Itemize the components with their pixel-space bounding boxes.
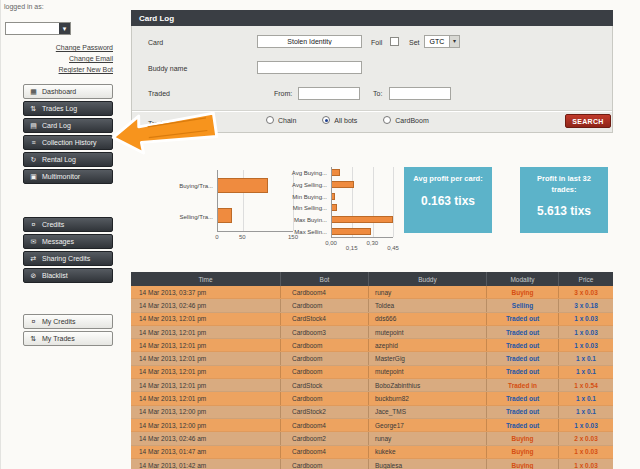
chart-bar xyxy=(218,208,232,223)
bot-cell: Cardboom4 xyxy=(281,446,369,458)
sidebar-item-label: My Trades xyxy=(42,335,75,342)
radio-selected-icon[interactable] xyxy=(322,116,330,124)
blacklist-icon: ⊘ xyxy=(29,272,38,280)
sidebar-item-my-credits[interactable]: ¤My Credits xyxy=(23,314,113,329)
chevron-down-icon: ▾ xyxy=(59,23,70,34)
chart-row xyxy=(332,216,393,223)
time-cell: 14 Mar 2013, 12:01 pm xyxy=(131,313,281,325)
radio-icon[interactable] xyxy=(383,116,391,124)
sidebar-item-my-trades[interactable]: ⇅My Trades xyxy=(23,331,113,346)
sidebar-item-label: Blacklist xyxy=(42,272,68,279)
table-row: 14 Mar 2013, 02:46 pmCardboomToldeaSelli… xyxy=(131,299,613,312)
card-icon: ▤ xyxy=(29,122,38,130)
table-row: 14 Mar 2013, 12:01 pmCardboombuckburn82T… xyxy=(131,392,613,405)
chart-bar xyxy=(332,193,335,200)
traded-from-input[interactable] xyxy=(298,87,360,100)
set-select[interactable]: GTC ▾ xyxy=(424,35,460,48)
price-cell: 1 x 0.1 xyxy=(559,406,613,418)
table-row: 14 Mar 2013, 12:01 pmCardboomazephidTrad… xyxy=(131,339,613,352)
modality-cell: Selling xyxy=(487,299,559,311)
buddy-cell: BoboZabinthius xyxy=(369,379,487,391)
sidebar-item-blacklist[interactable]: ⊘Blacklist xyxy=(23,268,113,283)
chart-plot-area: 0,000,150,300,45 xyxy=(331,167,393,252)
price-cell: 1 x 0.03 xyxy=(559,419,613,431)
panel-title: Card Log xyxy=(131,10,613,26)
sidebar-item-trades-log[interactable]: ⇅Trades Log xyxy=(23,101,113,116)
table-body: 14 Mar 2013, 03:37 pmCardboom4runayBuyin… xyxy=(131,286,613,469)
trades-icon: ⇅ xyxy=(29,105,38,113)
table-row: 14 Mar 2013, 02:46 amCardboom2runayBuyin… xyxy=(131,432,613,445)
history-icon: ≡ xyxy=(29,139,38,146)
time-cell: 14 Mar 2013, 12:01 pm xyxy=(131,352,281,364)
chart-axis-labels: Buying/Tra...Selling/Tra... xyxy=(151,170,217,232)
radio-label: Chain xyxy=(278,117,296,124)
traded-label: Traded xyxy=(148,90,170,97)
bot-cell: Cardboom xyxy=(281,339,369,351)
buddy-cell: mutepoint xyxy=(369,366,487,378)
sidebar-item-credits[interactable]: ¤Credits xyxy=(23,217,113,232)
bot-select[interactable]: ▾ xyxy=(5,22,71,35)
bot-cell: Cardboom4 xyxy=(281,419,369,431)
modality-cell: Traded out xyxy=(487,352,559,364)
buddy-cell: George17 xyxy=(369,419,487,431)
buddy-cell: Jace_TMS xyxy=(369,406,487,418)
time-cell: 14 Mar 2013, 02:46 pm xyxy=(131,299,281,311)
radio-cardboom[interactable]: CardBoom xyxy=(383,116,428,124)
card-label: Card xyxy=(148,39,163,46)
set-label: Set xyxy=(409,39,420,46)
buddy-input[interactable] xyxy=(257,61,362,74)
trades-for-options: ChainAll botsCardBoom xyxy=(266,116,455,124)
foil-label: Foil xyxy=(371,39,382,46)
my-trades-icon: ⇅ xyxy=(29,335,38,343)
table-row: 14 Mar 2013, 12:00 pmCardboom4George17Tr… xyxy=(131,419,613,432)
sidebar-item-rental-log[interactable]: ↻Rental Log xyxy=(23,152,113,167)
to-label: To: xyxy=(373,90,382,97)
foil-checkbox[interactable] xyxy=(390,37,399,46)
chart-row xyxy=(332,228,393,235)
time-cell: 14 Mar 2013, 12:01 pm xyxy=(131,326,281,338)
column-header-time: Time xyxy=(131,272,281,286)
sidebar-item-collection-history[interactable]: ≡Collection History xyxy=(23,135,113,150)
link-register-new-bot[interactable]: Register New Bot xyxy=(1,66,113,73)
sidebar-item-sharing-credits[interactable]: ⇄Sharing Credits xyxy=(23,251,113,266)
sidebar-item-multimonitor[interactable]: ▣Multimonitor xyxy=(23,169,113,184)
radio-icon[interactable] xyxy=(266,116,274,124)
price-cell: 1 x 0.03 xyxy=(559,339,613,351)
traded-to-input[interactable] xyxy=(389,87,451,100)
modality-cell: Buying xyxy=(487,446,559,458)
stat-value: 5.613 tixs xyxy=(526,204,602,218)
time-cell: 14 Mar 2013, 12:01 pm xyxy=(131,339,281,351)
chart-tick-label: 0 xyxy=(215,234,218,240)
bot-cell: Cardboom xyxy=(281,366,369,378)
sidebar-item-card-log[interactable]: ▤Card Log xyxy=(23,118,113,133)
sidebar-item-label: Collection History xyxy=(42,139,96,146)
card-input[interactable] xyxy=(257,35,362,48)
link-change-password[interactable]: Change Password xyxy=(1,44,113,51)
radio-all-bots[interactable]: All bots xyxy=(322,116,357,124)
time-cell: 14 Mar 2013, 12:01 pm xyxy=(131,366,281,378)
radio-chain[interactable]: Chain xyxy=(266,116,296,124)
sidebar-item-label: My Credits xyxy=(42,318,75,325)
chart-bar xyxy=(332,169,340,176)
link-change-email[interactable]: Change Email xyxy=(1,55,113,62)
chart-tick-label: 0,15 xyxy=(346,245,358,251)
trades-table: TimeBotBuddyModalityPrice 14 Mar 2013, 0… xyxy=(131,272,613,469)
sidebar-group-credits: ¤Credits✉Messages⇄Sharing Credits⊘Blackl… xyxy=(23,217,113,285)
radio-label: All bots xyxy=(334,117,357,124)
chart-bar xyxy=(332,204,337,211)
stat-value: 0.163 tixs xyxy=(410,194,486,208)
sidebar-item-label: Sharing Credits xyxy=(42,255,90,262)
buddy-cell: Bugalesa xyxy=(369,459,487,469)
search-button[interactable]: SEARCH xyxy=(565,114,611,128)
sidebar-item-label: Rental Log xyxy=(42,156,76,163)
sidebar-item-messages[interactable]: ✉Messages xyxy=(23,234,113,249)
time-cell: 14 Mar 2013, 02:46 am xyxy=(131,432,281,444)
bot-cell: Cardboom xyxy=(281,459,369,469)
price-cell: 1 x 0.1 xyxy=(559,352,613,364)
credits-icon: ¤ xyxy=(29,221,38,228)
stat-title: Profit in last 32 trades: xyxy=(526,174,602,195)
buddy-cell: Toldea xyxy=(369,299,487,311)
sidebar-item-dashboard[interactable]: ▦Dashboard xyxy=(23,84,113,99)
table-row: 14 Mar 2013, 12:01 pmCardboommutepointTr… xyxy=(131,366,613,379)
chart-row xyxy=(332,204,393,211)
